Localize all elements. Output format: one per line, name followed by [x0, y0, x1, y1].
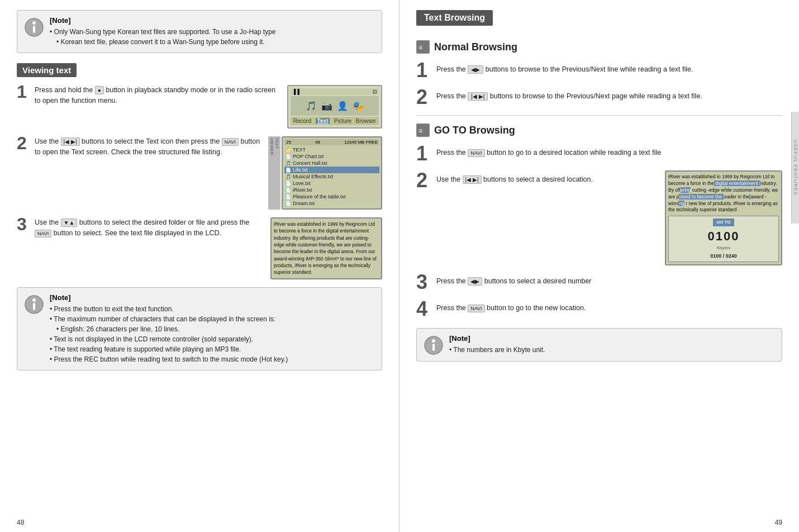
goto-step-1: 1 Press the NAVI button to go to a desir…: [416, 144, 782, 164]
goto-label: GO TO: [713, 218, 734, 226]
normal-step-1: 1 Press the ◀▶ buttons to browse to the …: [416, 60, 782, 80]
normal-step-2-number: 2: [416, 87, 432, 107]
normal-browsing-title: Normal Browsing: [434, 41, 517, 53]
normal-step-2: 2 Press the |◀ ▶| buttons to browse to t…: [416, 87, 782, 107]
normal-step-1-text: Press the ◀▶ buttons to browse to the Pr…: [436, 60, 782, 75]
bottom-note-title: [Note]: [50, 293, 288, 302]
lcd-top-bar: ▐▐⊡: [291, 88, 379, 95]
right-page: Text Browsing ≡ Normal Browsing 1 Press …: [400, 0, 799, 532]
tab-bar-text: USEFUL FEATURES: [793, 140, 798, 196]
normal-step-1-number: 1: [416, 60, 432, 80]
goto-lcd: iRiver was established in 1999 by Reignc…: [665, 170, 782, 265]
normal-step-2-text: Press the |◀ ▶| buttons to browse to the…: [436, 87, 782, 102]
step-1-body: Press and hold the ● button in playback …: [35, 85, 382, 129]
step-1-number: 1: [17, 83, 30, 101]
file-header: 25 48 12345 MB FREE: [284, 139, 379, 145]
tab-bar: USEFUL FEATURES: [791, 112, 799, 224]
folder-item: 📁 TEXT: [284, 146, 379, 153]
top-note-title: [Note]: [50, 16, 275, 25]
step-1-text: Press and hold the ● button in playback …: [35, 85, 282, 107]
file-item-1: 🎵 Concert Hall.txt: [284, 160, 379, 167]
menu-picture: Picture: [334, 118, 351, 124]
bottom-note-text: Press the button to exit the text functi…: [50, 304, 288, 364]
menu-record: Record: [293, 118, 311, 124]
file-item-4: 📄 Love.txt: [284, 180, 379, 187]
goto-step-2-body: Use the |◀ ▶| buttons to select a desire…: [436, 170, 782, 265]
svg-rect-2: [33, 26, 35, 33]
goto-step-3-text: Press the ◀▶ buttons to select a desired…: [436, 272, 782, 287]
goto-browsing-icon: ≡: [416, 124, 430, 137]
goto-step-2-text: Use the |◀ ▶| buttons to select a desire…: [436, 170, 658, 185]
goto-step-2-number: 2: [416, 170, 432, 191]
page-number-right: 49: [775, 519, 782, 526]
file-item-7: 📄 Dream.txt: [284, 200, 379, 207]
viewing-text-heading: Viewing text: [17, 63, 77, 77]
bottom-note-icon: [24, 294, 44, 315]
lcd-icon-row: 🎵 📷 👤 🎭: [291, 96, 379, 116]
svg-point-4: [32, 298, 36, 302]
goto-step-1-text: Press the NAVI button to go to a desired…: [436, 144, 782, 158]
normal-browsing-icon: ≡: [416, 40, 430, 54]
menu-browser: Browser: [356, 118, 377, 124]
step-3-number: 3: [17, 215, 30, 233]
normal-browsing-heading: ≡ Normal Browsing: [416, 40, 782, 54]
top-note-text: Only Wan-Sung type Korean text files are…: [50, 27, 275, 47]
step-2: 2 Use the |◀ ▶| buttons to select the Te…: [17, 136, 382, 210]
file-listing-lcd: 25 48 12345 MB FREE 📁 TEXT 📄 POP Chart.t…: [282, 136, 382, 210]
goto-lcd-text: iRiver was established in 1999 by Reignc…: [668, 174, 779, 213]
right-note-title: [Note]: [449, 334, 545, 343]
menu-lcd-screen: ▐▐⊡ 🎵 📷 👤 🎭 Record Text Picture Browser: [287, 85, 382, 129]
file-item-5: 📄 iRiver.txt: [284, 187, 379, 193]
bottom-note-box: [Note] Press the button to exit the text…: [17, 287, 382, 370]
file-item-3: 🎵 Musical Effects.txt: [284, 173, 379, 180]
goto-position: 0100 / 0240: [671, 253, 776, 260]
svg-text:≡: ≡: [418, 127, 422, 135]
right-note-icon: [424, 335, 444, 355]
step-3: 3 Use the ▼▲ buttons to select the desir…: [17, 217, 382, 279]
menu-text: Text: [316, 118, 330, 124]
goto-step-4-text: Press the NAVI button to go to the new l…: [436, 299, 782, 314]
top-note-box: [Note] Only Wan-Sung type Korean text fi…: [17, 10, 382, 53]
svg-point-1: [32, 21, 36, 25]
lcd-menu-bar: Record Text Picture Browser: [291, 117, 379, 125]
goto-step-2: 2 Use the |◀ ▶| buttons to select a desi…: [416, 170, 782, 265]
svg-rect-5: [33, 303, 35, 310]
step-3-text: Use the ▼▲ buttons to select the desired…: [35, 217, 265, 239]
left-page: [Note] Only Wan-Sung type Korean text fi…: [0, 0, 400, 532]
goto-step-1-number: 1: [416, 144, 432, 164]
step-1: 1 Press and hold the ● button in playbac…: [17, 85, 382, 129]
goto-step-3: 3 Press the ◀▶ buttons to select a desir…: [416, 272, 782, 292]
goto-browsing-title: GO TO Browsing: [434, 125, 515, 136]
goto-browsing-heading: ≡ GO TO Browsing: [416, 124, 782, 137]
section-title: Text Browsing: [416, 10, 493, 26]
goto-kbytes: Kbytes: [671, 245, 776, 251]
section-divider: [416, 115, 782, 116]
step-2-body: Use the |◀ ▶| buttons to select the Text…: [35, 136, 382, 210]
svg-rect-12: [432, 344, 435, 351]
goto-number: 0100: [671, 228, 776, 245]
goto-step-3-number: 3: [416, 272, 432, 292]
step-2-text: Use the |◀ ▶| buttons to select the Text…: [35, 136, 263, 158]
file-listing-wrapper: TEXTVIEWER 25 48 12345 MB FREE 📁 TEXT 📄 …: [268, 136, 382, 210]
note-icon: [24, 17, 44, 37]
step-2-number: 2: [17, 134, 30, 152]
lcd-side-label: TEXTVIEWER: [268, 136, 280, 210]
svg-point-11: [432, 339, 435, 343]
page-number-left: 48: [17, 519, 24, 526]
right-note-content: [Note] The numbers are in Kbyte unit.: [449, 334, 545, 355]
top-note-content: [Note] Only Wan-Sung type Korean text fi…: [50, 16, 275, 47]
goto-lcd-dialog: GO TO 0100 Kbytes 0100 / 0240: [668, 216, 779, 262]
text-content-lcd: iRiver was established in 1999 by Reignc…: [270, 217, 382, 279]
step-3-body: Use the ▼▲ buttons to select the desired…: [35, 217, 382, 279]
svg-text:≡: ≡: [418, 44, 422, 51]
bottom-note-content: [Note] Press the button to exit the text…: [50, 293, 288, 364]
goto-step-4-number: 4: [416, 299, 432, 319]
file-item-0: 📄 POP Chart.txt: [284, 153, 379, 160]
file-item-2: 📄 Life.txt: [284, 167, 379, 173]
right-note-text: The numbers are in Kbyte unit.: [449, 345, 545, 355]
right-note-box: [Note] The numbers are in Kbyte unit.: [416, 328, 782, 362]
file-item-6: 📄 Pleasure of the table.txt: [284, 193, 379, 200]
goto-step-4: 4 Press the NAVI button to go to the new…: [416, 299, 782, 319]
